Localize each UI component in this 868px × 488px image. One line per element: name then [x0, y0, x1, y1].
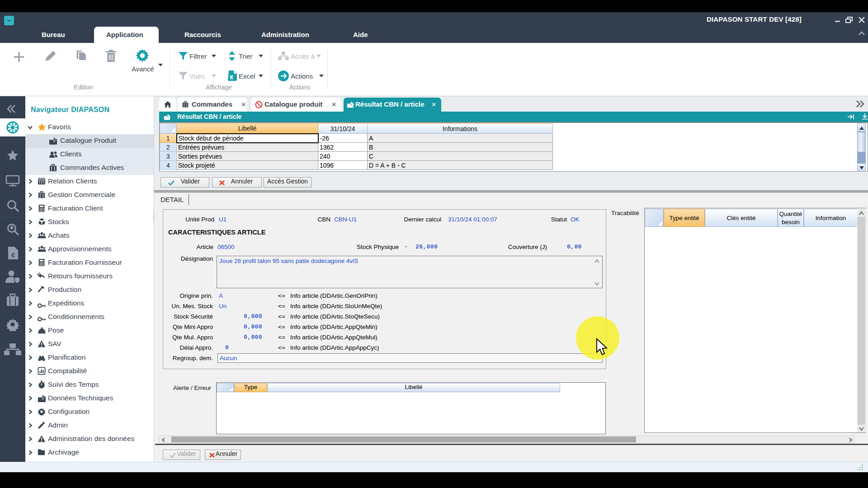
svg-text:€: €: [11, 252, 14, 258]
